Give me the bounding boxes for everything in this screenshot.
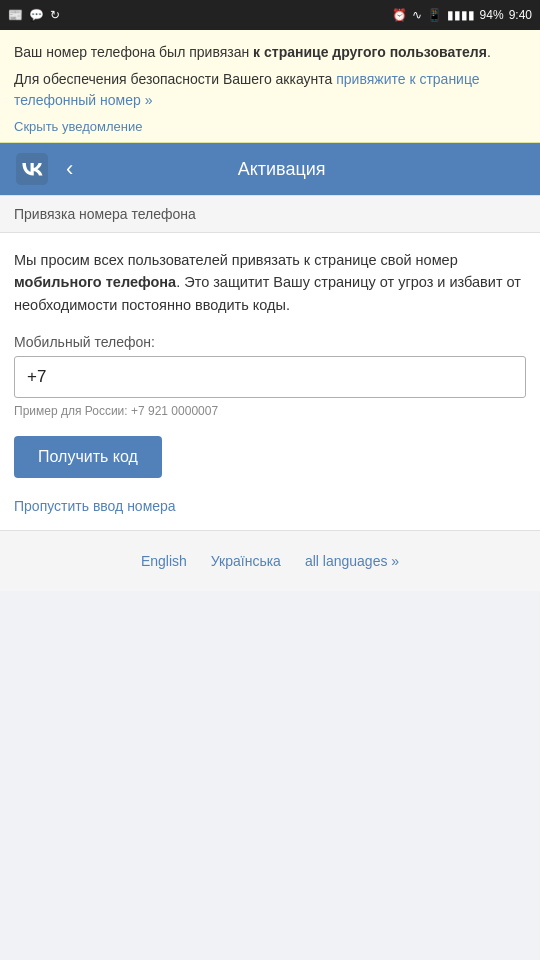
section-header: Привязка номера телефона [0,195,540,233]
skip-link[interactable]: Пропустить ввод номера [14,498,526,514]
notification-text-2: Для обеспечения безопасности Вашего акка… [14,69,526,111]
clock: 9:40 [509,8,532,22]
signal-bars: ▮▮▮▮ [447,8,475,22]
notification-banner: Ваш номер телефона был привязан к страни… [0,30,540,143]
wifi-icon: ∿ [412,8,422,22]
phone-hint: Пример для России: +7 921 0000007 [14,404,526,418]
status-bar-right: ⏰ ∿ 📱 ▮▮▮▮ 94% 9:40 [392,8,532,22]
get-code-button[interactable]: Получить код [14,436,162,478]
navbar-title: Активация [85,159,478,180]
phone-input[interactable] [14,356,526,398]
language-footer: English Українська all languages » [0,531,540,591]
lang-ukrainian[interactable]: Українська [211,553,281,569]
section-header-label: Привязка номера телефона [14,206,196,222]
vk-logo[interactable] [14,151,50,187]
status-bar-left: 📰 💬 ↻ [8,8,60,22]
alarm-icon: ⏰ [392,8,407,22]
content-area: Мы просим всех пользователей привязать к… [0,233,540,530]
lang-all[interactable]: all languages » [305,553,399,569]
hide-notification-link[interactable]: Скрыть уведомление [14,119,526,134]
description-text: Мы просим всех пользователей привязать к… [14,249,526,316]
notification-text-1: Ваш номер телефона был привязан к страни… [14,42,526,63]
main-content: Привязка номера телефона Мы просим всех … [0,195,540,591]
phone-label: Мобильный телефон: [14,334,526,350]
chat-icon: 💬 [29,8,44,22]
notification-icon: 📰 [8,8,23,22]
sim-icon: 📱 [427,8,442,22]
sync-icon: ↻ [50,8,60,22]
status-bar: 📰 💬 ↻ ⏰ ∿ 📱 ▮▮▮▮ 94% 9:40 [0,0,540,30]
back-button[interactable]: ‹ [66,158,73,180]
lang-english[interactable]: English [141,553,187,569]
battery-level: 94% [480,8,504,22]
navbar: ‹ Активация [0,143,540,195]
